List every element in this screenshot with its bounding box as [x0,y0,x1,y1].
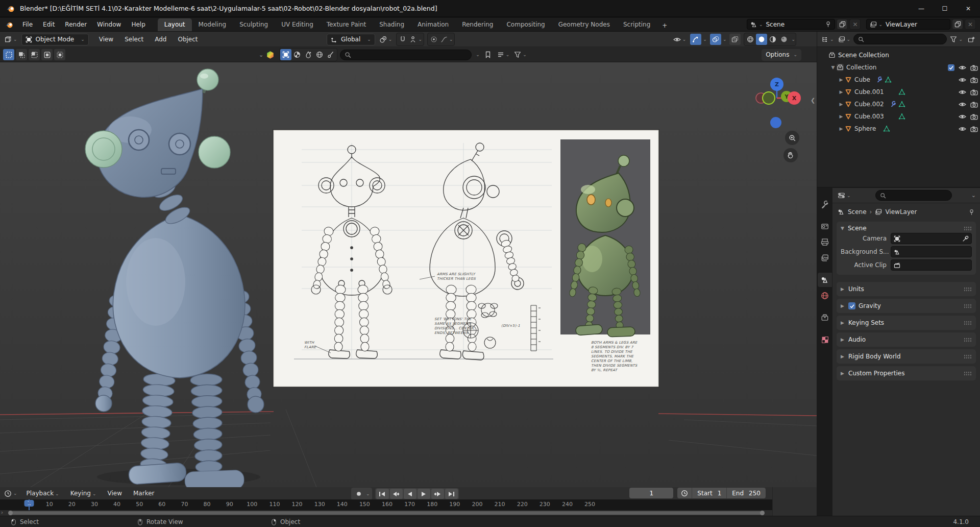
tab-tool[interactable] [818,197,832,211]
frame-tick[interactable]: 50 [136,501,143,508]
panel-units[interactable]: ▶Units [837,282,976,296]
mesh-data-icon[interactable] [898,88,905,95]
outliner-row-collection[interactable]: ▼ Collection [817,61,980,74]
maximize-button[interactable]: ☐ [933,0,957,17]
tab-collection[interactable] [818,310,832,325]
new-collection-button[interactable] [966,34,977,45]
viewport-collapse-arrow[interactable]: ❮ [811,97,815,104]
breadcrumb-viewlayer[interactable]: ViewLayer [885,208,917,215]
collection-checkbox[interactable] [948,64,954,71]
reference-image[interactable]: ARMS ARE SLIGHTLYTHICKER THAN LEGS SET '… [273,129,659,388]
frame-tick[interactable]: 30 [91,501,98,508]
jump-to-start-button[interactable] [376,489,389,499]
tab-compositing[interactable]: Compositing [500,18,551,31]
tab-render[interactable] [818,219,832,233]
hide-eye-icon[interactable] [959,88,966,96]
select-mode-intersect-button[interactable] [54,49,65,60]
frame-tick[interactable]: 170 [404,501,415,508]
next-keyframe-button[interactable] [431,489,444,499]
timeline-menu-keying[interactable]: Keying⌄ [65,488,102,499]
current-frame-field[interactable]: 1 [629,488,673,498]
hide-eye-icon[interactable] [959,101,966,108]
tab-view-layer[interactable] [818,251,832,265]
frame-tick[interactable]: 10 [46,501,53,508]
display-mode-dropdown[interactable]: ⌄ [496,49,511,60]
show-gizmo-toggle[interactable] [690,34,701,45]
outliner-row-cube001[interactable]: ▶ Cube.001 [817,86,980,98]
editor-type-button[interactable]: ⌄ [3,34,18,45]
frame-tick[interactable]: 200 [472,501,482,508]
widget-chevron-icon[interactable]: ⌄ [476,52,480,57]
modifier-wrench-icon[interactable] [875,76,883,83]
render-camera-icon[interactable] [970,76,978,84]
render-camera-icon[interactable] [970,113,978,121]
shading-rendered-button[interactable] [778,34,790,45]
frame-tick[interactable]: 40 [113,501,120,508]
viewport-menu-select[interactable]: Select [119,34,149,45]
timeline-menu-marker[interactable]: Marker [128,488,159,499]
outliner-row-cube[interactable]: ▶ Cube [817,74,980,86]
timeline-editor-type-button[interactable]: ⌄ [3,488,18,499]
collapse-chevron-icon[interactable]: ⌄ [259,52,263,58]
outliner-row-cube003[interactable]: ▶ Cube.003 [817,110,980,123]
options-dropdown[interactable]: Options ⌄ [762,49,801,61]
render-camera-icon[interactable] [970,64,978,71]
tab-geometry-nodes[interactable]: Geometry Nodes [552,18,617,31]
outliner-row-scene-collection[interactable]: Scene Collection [817,49,980,61]
play-button[interactable] [418,489,430,499]
viewport-canvas[interactable]: ARMS ARE SLIGHTLYTHICKER THAN LEGS SET '… [0,62,817,487]
tab-sculpting[interactable]: Sculpting [233,18,275,31]
filter-dropdown[interactable]: ⌄ [513,49,528,60]
proportional-editing-toggle[interactable] [428,34,439,45]
pan-hand-button[interactable] [783,148,798,162]
auto-keying-record-button[interactable] [353,488,364,499]
menu-render[interactable]: Render [60,19,92,30]
frame-tick[interactable]: 110 [269,501,280,508]
frame-end-field[interactable]: End250 [726,488,766,498]
render-camera-icon[interactable] [970,101,978,108]
bookmark-button[interactable] [482,49,494,60]
panel-drag-dots[interactable] [964,226,972,231]
outliner-row-sphere[interactable]: ▶ Sphere [817,123,980,135]
modifier-wrench-icon[interactable] [889,101,896,108]
viewlayer-copy-button[interactable] [952,19,963,30]
frame-tick[interactable]: 190 [449,501,460,508]
snap-toggle[interactable] [397,34,408,45]
use-preview-range-button[interactable] [677,488,692,498]
mesh-data-icon[interactable] [883,125,890,132]
menu-file[interactable]: File [17,19,38,30]
frame-start-field[interactable]: Start1 [692,488,726,498]
close-button[interactable]: ✕ [957,0,980,17]
frame-tick[interactable]: 230 [540,501,550,508]
menu-window[interactable]: Window [92,19,126,30]
mesh-data-icon[interactable] [898,113,905,120]
frame-tick[interactable]: 240 [562,501,573,508]
eyedropper-icon[interactable] [962,235,969,242]
panel-keying-sets[interactable]: ▶Keying Sets [837,316,976,330]
blender-menu-icon[interactable] [5,20,13,29]
zoom-gizmo-button[interactable] [770,117,781,128]
hide-eye-icon[interactable] [959,113,966,121]
tab-texture-paint[interactable]: Texture Paint [320,18,373,31]
viewport-menu-add[interactable]: Add [150,34,172,45]
active-clip-field[interactable] [891,259,972,271]
mode-dropdown[interactable]: Object Mode ⌄ [21,34,89,45]
viewport-menu-view[interactable]: View [94,34,118,45]
timeline-collapse-arrow[interactable]: › [1,510,3,515]
frame-tick[interactable]: 160 [382,501,393,508]
properties-search-input[interactable] [875,190,952,201]
render-camera-icon[interactable] [970,125,978,133]
add-workspace-button[interactable]: + [657,20,672,31]
tab-output[interactable] [818,235,832,249]
select-mode-invert-button[interactable] [41,49,53,60]
background-scene-field[interactable] [891,246,972,257]
tab-world[interactable] [818,289,832,303]
outliner-row-cube002[interactable]: ▶ Cube.002 [817,98,980,110]
frame-tick[interactable]: 220 [517,501,528,508]
navigation-gizmo[interactable]: Y X Z [756,78,801,105]
filter-texture-button[interactable] [303,49,314,60]
minimize-button[interactable]: — [910,0,933,17]
properties-editor-type-button[interactable]: ⌄ [837,190,852,201]
panel-gravity[interactable]: ▶ Gravity [837,299,976,313]
tab-scene[interactable] [818,273,832,287]
